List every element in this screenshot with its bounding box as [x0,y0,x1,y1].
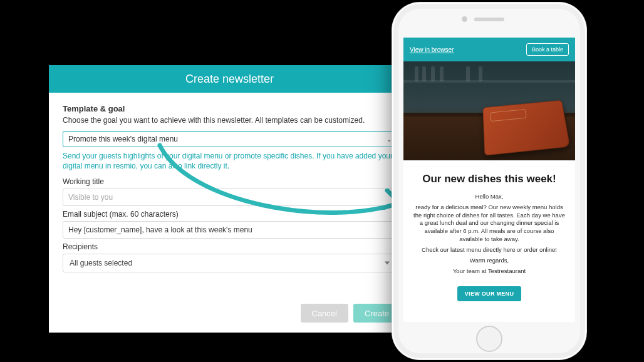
template-section-desc: Choose the goal you want to achieve with… [63,116,397,125]
phone-mockup: View in browser Book a table Our new dis… [392,3,586,359]
recipients-dropdown-value: All guests selected [70,259,132,267]
book-table-button[interactable]: Book a table [526,43,569,56]
menu-book-icon [482,100,570,156]
email-headline: Our new dishes this week! [412,173,566,185]
email-paragraph-1: ready for a delicious meal? Our new week… [412,204,566,244]
dialog-title: Create newsletter [49,65,410,93]
working-title-label: Working title [63,177,397,186]
template-select-wrap: Promote this week's digital menu ⌄ [63,131,397,147]
phone-home-button [476,326,502,352]
template-section-title: Template & goal [63,104,397,113]
email-regards: Warm regards, [412,257,566,265]
dialog-footer: Cancel Create [49,300,410,333]
subject-label: Email subject (max. 60 characters) [63,210,397,219]
recipients-dropdown[interactable]: All guests selected [63,254,397,272]
email-paragraph-2: Check our latest menu directly here or o… [412,246,566,254]
view-menu-button[interactable]: VIEW OUR MENU [457,286,521,301]
email-preview-screen: View in browser Book a table Our new dis… [403,38,575,322]
caret-down-icon [385,262,390,265]
subject-input[interactable] [63,221,397,239]
email-greeting: Hello Max, [412,193,566,201]
dialog-body: Template & goal Choose the goal you want… [49,93,410,300]
email-top-bar: View in browser Book a table [403,38,575,61]
template-helper-text: Send your guests highlights of your digi… [63,151,397,171]
email-signature: Your team at Testrestaurant [412,267,566,276]
template-select[interactable]: Promote this week's digital menu [63,131,397,147]
recipients-label: Recipients [63,242,397,251]
view-in-browser-link[interactable]: View in browser [410,46,454,53]
email-hero-image [403,61,575,160]
email-body: Our new dishes this week! Hello Max, rea… [403,160,575,322]
create-newsletter-dialog: Create newsletter Template & goal Choose… [49,65,410,333]
cancel-button[interactable]: Cancel [301,304,348,323]
working-title-input[interactable] [63,189,397,206]
